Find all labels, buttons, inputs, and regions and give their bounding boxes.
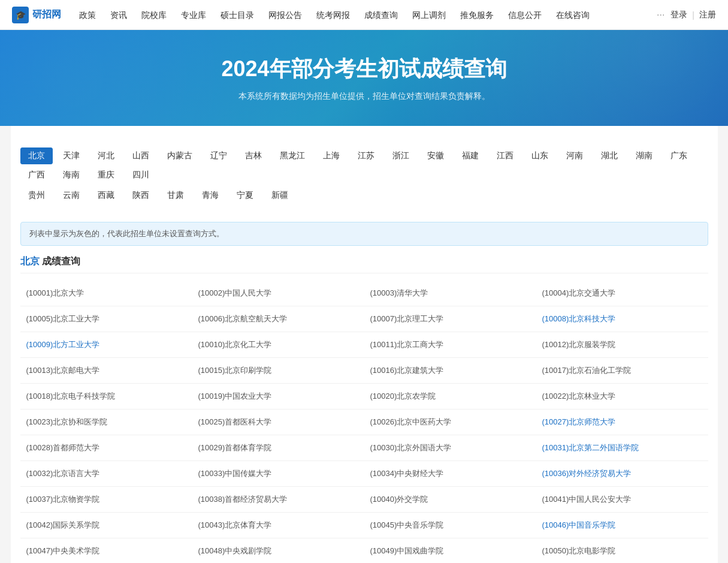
hero-banner: 2024年部分考生初试成绩查询 本系统所有数据均为招生单位提供，招生单位对查询结… xyxy=(0,30,728,126)
university-cell-10034: (10034)中央财经大学 xyxy=(364,461,536,486)
university-cell-10036[interactable]: (10036)对外经济贸易大学 xyxy=(536,461,708,486)
region-tab-河北[interactable]: 河北 xyxy=(90,147,122,164)
university-cell-10043: (10043)北京体育大学 xyxy=(192,513,364,538)
region-tab-上海[interactable]: 上海 xyxy=(315,147,348,164)
region-tab-四川[interactable]: 四川 xyxy=(125,167,157,183)
region-tab-贵州[interactable]: 贵州 xyxy=(20,187,53,204)
nav-item-信息公开[interactable]: 信息公开 xyxy=(502,0,548,30)
region-tab-陕西[interactable]: 陕西 xyxy=(125,187,157,204)
university-cell-10010: (10010)北京化工大学 xyxy=(192,332,364,357)
region-row-0: 北京天津河北山西内蒙古辽宁吉林黑龙江上海江苏浙江安徽福建江西山东河南湖北湖南广东… xyxy=(20,147,708,183)
region-tab-江西[interactable]: 江西 xyxy=(489,147,521,164)
region-tab-浙江[interactable]: 浙江 xyxy=(385,147,417,164)
university-cell-10015: (10015)北京印刷学院 xyxy=(192,358,364,383)
region-tab-山东[interactable]: 山东 xyxy=(524,147,556,164)
region-tab-山西[interactable]: 山西 xyxy=(125,147,157,164)
university-cell-10023: (10023)北京协和医学院 xyxy=(20,410,192,435)
university-cell-10037: (10037)北京物资学院 xyxy=(20,487,192,512)
region-tab-江苏[interactable]: 江苏 xyxy=(350,147,382,164)
university-cell-10031[interactable]: (10031)北京第二外国语学院 xyxy=(536,435,708,460)
university-cell-10008[interactable]: (10008)北京科技大学 xyxy=(536,306,708,332)
university-row: (10037)北京物资学院(10038)首都经济贸易大学(10040)外交学院(… xyxy=(20,487,708,513)
university-cell-10046[interactable]: (10046)中国音乐学院 xyxy=(536,513,708,538)
university-cell-10029: (10029)首都体育学院 xyxy=(192,435,364,460)
university-cell-10040: (10040)外交学院 xyxy=(364,487,536,512)
region-tab-天津[interactable]: 天津 xyxy=(55,147,87,164)
region-tabs: 北京天津河北山西内蒙古辽宁吉林黑龙江上海江苏浙江安徽福建江西山东河南湖北湖南广东… xyxy=(20,138,708,213)
region-tab-海南[interactable]: 海南 xyxy=(55,167,87,183)
login-link[interactable]: 登录 xyxy=(670,10,687,20)
site-logo[interactable]: 🎓 研招网 xyxy=(12,7,61,23)
university-cell-10047: (10047)中央美术学院 xyxy=(20,538,192,563)
navbar: 🎓 研招网 政策资讯院校库专业库硕士目录网报公告统考网报成绩查询网上调剂推免服务… xyxy=(0,0,728,30)
region-tab-湖南[interactable]: 湖南 xyxy=(628,147,660,164)
university-cell-10007: (10007)北京理工大学 xyxy=(364,306,536,332)
notice-box: 列表中显示为灰色的，代表此招生单位未设置查询方式。 xyxy=(20,222,708,246)
university-cell-10005: (10005)北京工业大学 xyxy=(20,306,192,332)
nav-item-统考网报[interactable]: 统考网报 xyxy=(310,0,356,30)
nav-item-网报公告[interactable]: 网报公告 xyxy=(262,0,308,30)
nav-item-资讯[interactable]: 资讯 xyxy=(104,0,133,30)
university-cell-10050: (10050)北京电影学院 xyxy=(536,538,708,563)
region-tab-青海[interactable]: 青海 xyxy=(194,187,226,204)
university-row: (10047)中央美术学院(10048)中央戏剧学院(10049)中国戏曲学院(… xyxy=(20,538,708,563)
nav-item-政策[interactable]: 政策 xyxy=(73,0,102,30)
region-tab-黑龙江[interactable]: 黑龙江 xyxy=(272,147,313,164)
university-cell-10004: (10004)北京交通大学 xyxy=(536,281,708,306)
nav-item-院校库[interactable]: 院校库 xyxy=(135,0,173,30)
university-cell-10038: (10038)首都经济贸易大学 xyxy=(192,487,364,512)
university-cell-10020: (10020)北京农学院 xyxy=(364,384,536,409)
nav-item-在线咨询[interactable]: 在线咨询 xyxy=(550,0,596,30)
university-cell-10049: (10049)中国戏曲学院 xyxy=(364,538,536,563)
region-tab-北京[interactable]: 北京 xyxy=(20,147,53,164)
region-tab-福建[interactable]: 福建 xyxy=(454,147,487,164)
region-tab-内蒙古[interactable]: 内蒙古 xyxy=(159,147,200,164)
university-row: (10005)北京工业大学(10006)北京航空航天大学(10007)北京理工大… xyxy=(20,306,708,332)
region-tab-安徽[interactable]: 安徽 xyxy=(419,147,452,164)
region-tab-吉林[interactable]: 吉林 xyxy=(237,147,270,164)
university-cell-10017: (10017)北京石油化工学院 xyxy=(536,358,708,383)
university-row: (10013)北京邮电大学(10015)北京印刷学院(10016)北京建筑大学(… xyxy=(20,358,708,384)
nav-item-网上调剂[interactable]: 网上调剂 xyxy=(406,0,452,30)
university-cell-10028: (10028)首都师范大学 xyxy=(20,435,192,460)
university-cell-10033: (10033)中国传媒大学 xyxy=(192,461,364,486)
region-tab-重庆[interactable]: 重庆 xyxy=(90,167,122,183)
university-cell-10011: (10011)北京工商大学 xyxy=(364,332,536,357)
register-link[interactable]: 注册 xyxy=(699,10,716,20)
section-title: 北京 成绩查询 xyxy=(20,255,708,273)
university-row: (10009)北方工业大学(10010)北京化工大学(10011)北京工商大学(… xyxy=(20,332,708,358)
university-row: (10028)首都师范大学(10029)首都体育学院(10030)北京外国语大学… xyxy=(20,435,708,461)
region-tab-湖北[interactable]: 湖北 xyxy=(593,147,626,164)
region-tab-宁夏[interactable]: 宁夏 xyxy=(229,187,261,204)
university-row: (10023)北京协和医学院(10025)首都医科大学(10026)北京中医药大… xyxy=(20,410,708,435)
logo-icon: 🎓 xyxy=(12,7,29,23)
logo-text: 研招网 xyxy=(32,8,61,21)
university-cell-10030: (10030)北京外国语大学 xyxy=(364,435,536,460)
university-row: (10018)北京电子科技学院(10019)中国农业大学(10020)北京农学院… xyxy=(20,384,708,410)
region-tab-广东[interactable]: 广东 xyxy=(663,147,695,164)
nav-item-硕士目录[interactable]: 硕士目录 xyxy=(215,0,260,30)
main-content: 北京天津河北山西内蒙古辽宁吉林黑龙江上海江苏浙江安徽福建江西山东河南湖北湖南广东… xyxy=(11,126,718,563)
university-cell-10018: (10018)北京电子科技学院 xyxy=(20,384,192,409)
region-tab-河南[interactable]: 河南 xyxy=(558,147,591,164)
university-cell-10027[interactable]: (10027)北京师范大学 xyxy=(536,410,708,435)
region-tab-新疆[interactable]: 新疆 xyxy=(264,187,296,204)
region-tab-云南[interactable]: 云南 xyxy=(55,187,87,204)
region-tab-辽宁[interactable]: 辽宁 xyxy=(203,147,235,164)
university-cell-10003: (10003)清华大学 xyxy=(364,281,536,306)
nav-menu: 政策资讯院校库专业库硕士目录网报公告统考网报成绩查询网上调剂推免服务信息公开在线… xyxy=(73,0,651,30)
nav-item-成绩查询[interactable]: 成绩查询 xyxy=(358,0,404,30)
university-cell-10042: (10042)国际关系学院 xyxy=(20,513,192,538)
university-cell-10009[interactable]: (10009)北方工业大学 xyxy=(20,332,192,357)
section-suffix: 成绩查询 xyxy=(40,256,80,266)
region-tab-西藏[interactable]: 西藏 xyxy=(90,187,122,204)
nav-item-推免服务[interactable]: 推免服务 xyxy=(454,0,500,30)
region-tab-甘肃[interactable]: 甘肃 xyxy=(159,187,192,204)
section-region: 北京 xyxy=(20,256,40,266)
university-cell-10016: (10016)北京建筑大学 xyxy=(364,358,536,383)
university-cell-10013: (10013)北京邮电大学 xyxy=(20,358,192,383)
university-grid: (10001)北京大学(10002)中国人民大学(10003)清华大学(1000… xyxy=(20,281,708,563)
nav-item-专业库[interactable]: 专业库 xyxy=(175,0,212,30)
university-cell-10045: (10045)中央音乐学院 xyxy=(364,513,536,538)
region-tab-广西[interactable]: 广西 xyxy=(20,167,53,183)
